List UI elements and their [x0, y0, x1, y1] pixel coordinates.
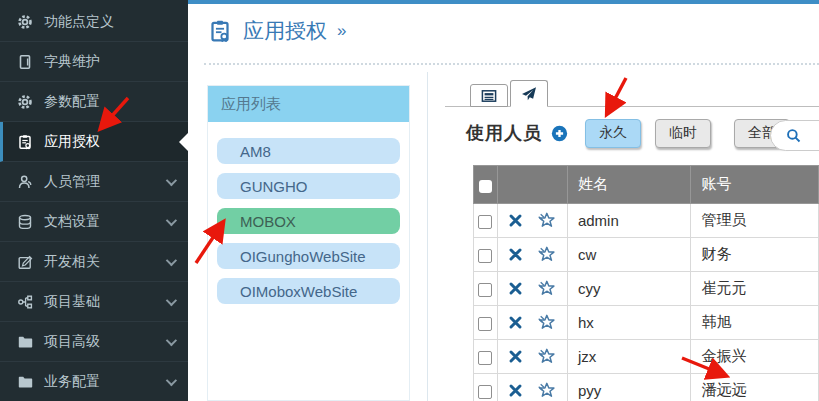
- clipboard-certificate-icon: [17, 134, 33, 150]
- row-checkbox[interactable]: [478, 317, 492, 331]
- app-list: AM8 GUNGHO MOBOX OIGunghoWebSite OIMobox…: [208, 122, 409, 311]
- chevron-down-icon: [166, 254, 177, 265]
- account-column-header: 账号: [691, 166, 819, 204]
- table-row: jzx 金振兴: [474, 340, 819, 374]
- delete-x-icon[interactable]: [508, 315, 523, 330]
- tab-send-authorization[interactable]: [510, 80, 548, 107]
- delete-x-icon[interactable]: [508, 383, 523, 398]
- sitemap-icon: [17, 294, 33, 310]
- users-toolbar: 使用人员 永久 临时 全部: [466, 114, 819, 152]
- star-revoke-icon[interactable]: [537, 381, 556, 400]
- star-revoke-icon[interactable]: [537, 347, 556, 366]
- row-checkbox[interactable]: [478, 385, 492, 399]
- sidebar-item-business-config[interactable]: 业务配置: [0, 362, 188, 401]
- sidebar-item-project-basic[interactable]: 项目基础: [0, 282, 188, 322]
- actions-column-header: [497, 166, 567, 204]
- star-revoke-icon[interactable]: [537, 245, 556, 264]
- name-cell: admin: [567, 204, 691, 238]
- row-checkbox[interactable]: [478, 215, 492, 229]
- sidebar-item-label: 人员管理: [44, 173, 100, 191]
- page-header: 应用授权 »: [208, 17, 346, 45]
- list-lines-icon: [481, 88, 497, 104]
- row-checkbox[interactable]: [478, 249, 492, 263]
- tab-user-list[interactable]: [470, 84, 508, 107]
- sidebar: 功能点定义 字典维护 参数配置 应用授权 人员管理 文档设置 开发相关 项目基础…: [0, 0, 188, 401]
- database-icon: [17, 214, 33, 230]
- search-icon: [786, 128, 801, 143]
- users-table: 姓名 账号 admin 管理员 cw 财务 cyy 崔元元 hx 韩旭: [473, 165, 819, 401]
- star-revoke-icon[interactable]: [537, 211, 556, 230]
- chevron-down-icon: [166, 334, 177, 345]
- app-list-header: 应用列表: [208, 86, 409, 122]
- select-all-cell: [474, 166, 498, 204]
- account-cell: 潘远远: [691, 374, 819, 401]
- table-row: hx 韩旭: [474, 306, 819, 340]
- sidebar-item-parameters[interactable]: 参数配置: [0, 82, 188, 122]
- pencil-square-icon: [17, 254, 33, 270]
- sidebar-item-label: 文档设置: [44, 213, 100, 231]
- sidebar-item-app-authorization[interactable]: 应用授权: [0, 122, 188, 162]
- dictionary-book-icon: [17, 54, 33, 70]
- sidebar-item-label: 应用授权: [44, 133, 100, 151]
- name-cell: jzx: [567, 340, 691, 374]
- table-row: cw 财务: [474, 238, 819, 272]
- delete-x-icon[interactable]: [508, 349, 523, 364]
- app-item-oimoboxwebsite[interactable]: OIMoboxWebSite: [217, 278, 400, 304]
- person-icon: [17, 174, 33, 190]
- sidebar-item-project-advanced[interactable]: 项目高级: [0, 322, 188, 362]
- app-item-mobox[interactable]: MOBOX: [217, 208, 400, 234]
- sidebar-item-function-points[interactable]: 功能点定义: [0, 2, 188, 42]
- paper-plane-icon: [521, 86, 537, 102]
- filter-permanent-button[interactable]: 永久: [585, 119, 641, 148]
- sidebar-item-dictionary[interactable]: 字典维护: [0, 42, 188, 82]
- account-cell: 管理员: [691, 204, 819, 238]
- star-revoke-icon[interactable]: [537, 279, 556, 298]
- user-panel-tabs: [445, 80, 819, 107]
- app-item-oigunghowebsite[interactable]: OIGunghoWebSite: [217, 243, 400, 269]
- select-all-checkbox[interactable]: [479, 180, 492, 193]
- chevron-down-icon: [166, 374, 177, 385]
- app-item-gungho[interactable]: GUNGHO: [217, 173, 400, 199]
- name-cell: cyy: [567, 272, 691, 306]
- active-item-caret: [179, 133, 188, 151]
- panel-divider: [427, 72, 428, 401]
- app-item-am8[interactable]: AM8: [217, 138, 400, 164]
- folder-icon: [17, 374, 33, 390]
- section-title: 使用人员: [466, 121, 542, 145]
- sidebar-item-label: 项目基础: [44, 293, 100, 311]
- account-cell: 金振兴: [691, 340, 819, 374]
- delete-x-icon[interactable]: [508, 213, 523, 228]
- folder-icon: [17, 334, 33, 350]
- sidebar-item-development[interactable]: 开发相关: [0, 242, 188, 282]
- delete-x-icon[interactable]: [508, 281, 523, 296]
- table-row: pyy 潘远远: [474, 374, 819, 401]
- row-checkbox[interactable]: [478, 283, 492, 297]
- chevron-down-icon: [166, 214, 177, 225]
- sidebar-item-personnel[interactable]: 人员管理: [0, 162, 188, 202]
- chevron-down-icon: [166, 174, 177, 185]
- sidebar-item-label: 字典维护: [44, 53, 100, 71]
- sidebar-item-label: 功能点定义: [44, 13, 114, 31]
- sidebar-item-label: 项目高级: [44, 333, 100, 351]
- account-cell: 财务: [691, 238, 819, 272]
- name-cell: hx: [567, 306, 691, 340]
- search-input[interactable]: [770, 120, 819, 151]
- gear-icon: [17, 14, 33, 30]
- app-list-panel: 应用列表 AM8 GUNGHO MOBOX OIGunghoWebSite OI…: [207, 85, 410, 401]
- plus-circle-icon[interactable]: [551, 125, 568, 142]
- chevron-down-icon: [166, 294, 177, 305]
- row-checkbox[interactable]: [478, 351, 492, 365]
- gear-icon: [17, 94, 33, 110]
- account-cell: 崔元元: [691, 272, 819, 306]
- sidebar-item-label: 业务配置: [44, 373, 100, 391]
- sidebar-item-label: 开发相关: [44, 253, 100, 271]
- table-row: cyy 崔元元: [474, 272, 819, 306]
- name-cell: pyy: [567, 374, 691, 401]
- star-revoke-icon[interactable]: [537, 313, 556, 332]
- account-cell: 韩旭: [691, 306, 819, 340]
- page-title: 应用授权: [243, 17, 327, 45]
- filter-temporary-button[interactable]: 临时: [655, 119, 711, 148]
- sidebar-item-document-settings[interactable]: 文档设置: [0, 202, 188, 242]
- delete-x-icon[interactable]: [508, 247, 523, 262]
- name-column-header: 姓名: [567, 166, 691, 204]
